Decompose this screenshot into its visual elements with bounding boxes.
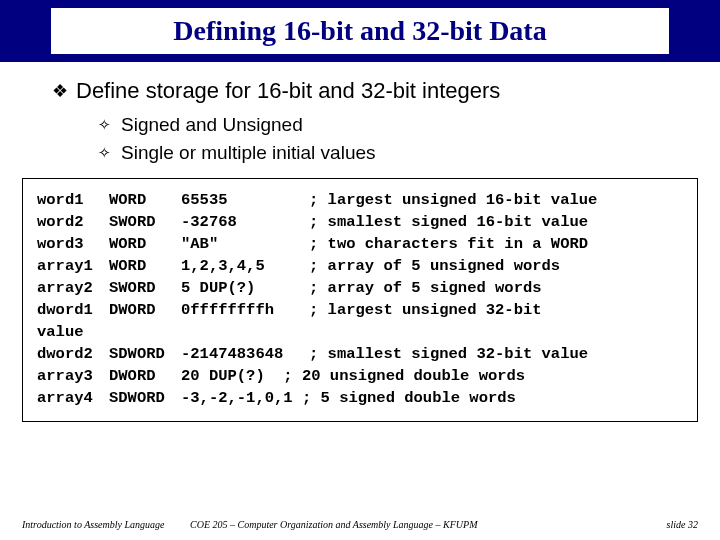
code-row: array2SWORD5 DUP(?); array of 5 signed w… — [37, 277, 683, 299]
code-label: word3 — [37, 233, 109, 255]
bullet-level2: ✧ Single or multiple initial values — [98, 142, 668, 164]
code-comment: ; largest unsigned 32-bit — [309, 299, 683, 321]
code-type: WORD — [109, 255, 181, 277]
code-comment: ; smallest signed 32-bit value — [309, 343, 683, 365]
code-type: SDWORD — [109, 343, 181, 365]
slide-title: Defining 16-bit and 32-bit Data — [173, 15, 546, 47]
diamond-open-icon: ✧ — [98, 142, 111, 164]
code-type: SDWORD — [109, 387, 181, 409]
code-rest: -3,-2,-1,0,1 ; 5 signed double words — [181, 387, 516, 409]
code-row: array4SDWORD-3,-2,-1,0,1 ; 5 signed doub… — [37, 387, 683, 409]
title-inset: Defining 16-bit and 32-bit Data — [51, 8, 669, 54]
code-box: word1WORD65535; largest unsigned 16-bit … — [22, 178, 698, 422]
code-row: word1WORD65535; largest unsigned 16-bit … — [37, 189, 683, 211]
code-label: word2 — [37, 211, 109, 233]
bullet-l2b-text: Single or multiple initial values — [121, 142, 376, 164]
bullet-l2a-text: Signed and Unsigned — [121, 114, 303, 136]
code-type — [109, 321, 181, 343]
footer-left: Introduction to Assembly Language — [0, 519, 190, 530]
code-row: word3WORD"AB"; two characters fit in a W… — [37, 233, 683, 255]
code-label: dword1 — [37, 299, 109, 321]
code-row: word2SWORD-32768; smallest signed 16-bit… — [37, 211, 683, 233]
code-type: SWORD — [109, 211, 181, 233]
code-comment: ; array of 5 signed words — [309, 277, 683, 299]
code-row: dword1DWORD0ffffffffh; largest unsigned … — [37, 299, 683, 321]
code-row: dword2SDWORD-2147483648; smallest signed… — [37, 343, 683, 365]
code-label: word1 — [37, 189, 109, 211]
bullet-level1: ❖ Define storage for 16-bit and 32-bit i… — [52, 78, 668, 104]
code-label: array2 — [37, 277, 109, 299]
code-value: 5 DUP(?) — [181, 277, 309, 299]
code-row: array3DWORD20 DUP(?) ; 20 unsigned doubl… — [37, 365, 683, 387]
code-value — [181, 321, 309, 343]
code-value: 65535 — [181, 189, 309, 211]
diamond-filled-icon: ❖ — [52, 78, 68, 104]
title-bar: Defining 16-bit and 32-bit Data — [0, 0, 720, 62]
footer-right: slide 32 — [667, 519, 720, 530]
code-label: array3 — [37, 365, 109, 387]
code-type: DWORD — [109, 299, 181, 321]
code-label: dword2 — [37, 343, 109, 365]
bullet-l1-text: Define storage for 16-bit and 32-bit int… — [76, 78, 500, 104]
code-value: -2147483648 — [181, 343, 309, 365]
code-type: SWORD — [109, 277, 181, 299]
content-area: ❖ Define storage for 16-bit and 32-bit i… — [0, 62, 720, 164]
footer: Introduction to Assembly Language COE 20… — [0, 519, 720, 530]
code-value: 1,2,3,4,5 — [181, 255, 309, 277]
code-label: array4 — [37, 387, 109, 409]
diamond-open-icon: ✧ — [98, 114, 111, 136]
code-row: value — [37, 321, 683, 343]
code-type: WORD — [109, 189, 181, 211]
code-value: "AB" — [181, 233, 309, 255]
code-comment: ; largest unsigned 16-bit value — [309, 189, 683, 211]
code-type: WORD — [109, 233, 181, 255]
code-row: array1WORD1,2,3,4,5; array of 5 unsigned… — [37, 255, 683, 277]
footer-center: COE 205 – Computer Organization and Asse… — [190, 519, 667, 530]
code-comment — [309, 321, 683, 343]
code-value: -32768 — [181, 211, 309, 233]
code-rest: 20 DUP(?) ; 20 unsigned double words — [181, 365, 525, 387]
code-comment: ; two characters fit in a WORD — [309, 233, 683, 255]
code-comment: ; array of 5 unsigned words — [309, 255, 683, 277]
code-comment: ; smallest signed 16-bit value — [309, 211, 683, 233]
code-label: value — [37, 321, 109, 343]
code-type: DWORD — [109, 365, 181, 387]
code-label: array1 — [37, 255, 109, 277]
code-value: 0ffffffffh — [181, 299, 309, 321]
bullet-level2: ✧ Signed and Unsigned — [98, 114, 668, 136]
